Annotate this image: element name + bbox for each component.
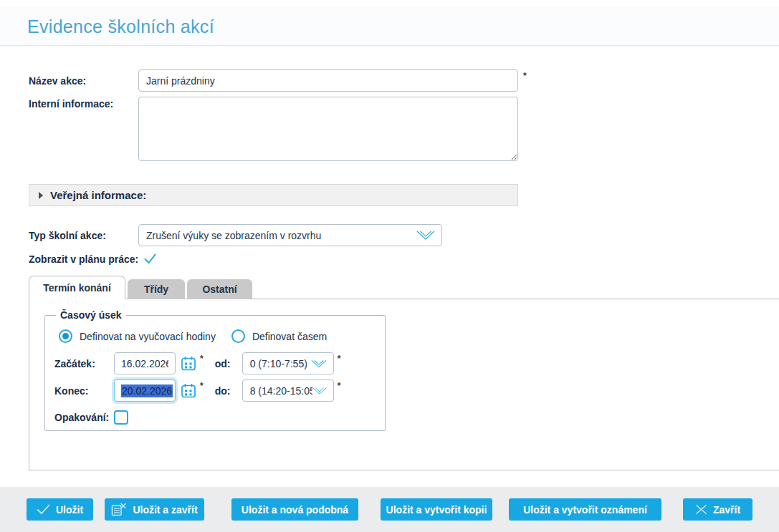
calendar-icon[interactable] (181, 356, 196, 372)
footer-toolbar: Uložit Uložit a zavřít Uložit a nová pod… (0, 487, 779, 532)
definovat-radio-group: Definovat na vyučovací hodiny Definovat … (59, 329, 385, 343)
radio-definovat-casem-label: Definovat časem (252, 331, 327, 342)
button-label: Uložit a zavřít (133, 504, 197, 516)
tab-panel-termin-konani: Časový úsek Definovat na vyučovací hodin… (29, 299, 779, 470)
required-asterisk: * (338, 381, 341, 391)
konec-row: Konec: 20.02.2026 * do: (54, 379, 385, 402)
chevron-right-icon (39, 192, 43, 199)
konec-date-selected-text: 20.02.2026 (121, 385, 173, 397)
chevron-down-icon (312, 387, 327, 395)
tab-tridy[interactable]: Třídy (128, 279, 185, 299)
button-label: Uložit a vytvořit oznámení (523, 504, 647, 516)
ulozit-a-vytvorit-oznameni-button[interactable]: Uložit a vytvořit oznámení (509, 498, 661, 521)
ulozit-a-zavrit-button[interactable]: Uložit a zavřít (105, 498, 204, 521)
tab-ostatni[interactable]: Ostatní (187, 279, 252, 299)
ulozit-button[interactable]: Uložit (27, 498, 93, 521)
od-hour-select[interactable]: 0 (7:10-7:55) (242, 352, 334, 374)
radio-definovat-na-vyucovaci-hodiny[interactable] (59, 329, 72, 343)
zacatek-row: Začátek: * od: 0 (7:10-7: (54, 352, 385, 374)
casovy-usek-legend: Časový úsek (56, 309, 126, 321)
calendar-icon[interactable] (181, 383, 196, 399)
required-asterisk: * (523, 71, 527, 81)
interni-informace-label: Interní informace: (29, 98, 113, 110)
typ-skolni-akce-label: Typ školní akce: (29, 230, 106, 241)
verejna-informace-section-header[interactable]: Veřejná informace: (29, 184, 518, 206)
zobrazit-v-planu-label: Zobrazit v plánu práce: (29, 253, 138, 265)
zobrazit-v-planu-checkbox-checked-icon[interactable] (144, 253, 156, 264)
radio-definovat-na-vyucovaci-hodiny-label: Definovat na vyučovací hodiny (80, 331, 216, 342)
od-hour-value: 0 (7:10-7:55) (250, 358, 307, 369)
nazev-akce-label: Název akce: (29, 75, 86, 87)
chevron-down-icon (416, 231, 435, 240)
page-header: Evidence školních akcí (0, 7, 779, 46)
ulozit-a-nova-podobna-button[interactable]: Uložit a nová podobná (231, 498, 358, 521)
od-label: od: (215, 358, 236, 369)
opakovani-checkbox[interactable] (114, 410, 128, 425)
opakovani-row: Opakování: (54, 410, 385, 425)
konec-label: Konec: (54, 385, 114, 397)
button-label: Uložit a nová podobná (242, 504, 348, 516)
zavrit-button[interactable]: Zavřít (683, 498, 752, 521)
tab-termin-konani[interactable]: Termín konání (29, 276, 125, 299)
button-label: Uložit (56, 504, 83, 516)
button-label: Uložit a vytvořit kopii (386, 504, 487, 516)
konec-date-input[interactable]: 20.02.2026 (114, 379, 176, 402)
verejna-informace-label: Veřejná informace: (50, 189, 146, 201)
required-asterisk: * (338, 354, 341, 364)
check-icon (37, 504, 50, 515)
required-asterisk: * (200, 354, 204, 364)
zacatek-date-input[interactable] (114, 352, 176, 374)
ulozit-a-vytvorit-kopii-button[interactable]: Uložit a vytvořit kopii (381, 498, 492, 521)
radio-definovat-casem[interactable] (231, 329, 245, 343)
typ-skolni-akce-select[interactable]: Zrušení výuky se zobrazením v rozvrhu (138, 224, 442, 246)
nazev-akce-input[interactable] (138, 69, 518, 92)
do-hour-value: 8 (14:20-15:05) (250, 385, 312, 397)
button-label: Zavřít (713, 504, 740, 516)
do-hour-select[interactable]: 8 (14:20-15:05) (242, 379, 334, 402)
evidence-skolnich-akci-window: Evidence školních akcí Název akce: * Int… (0, 0, 779, 532)
document-close-icon (111, 503, 127, 516)
casovy-usek-fieldset: Časový úsek Definovat na vyučovací hodin… (44, 309, 386, 431)
chevron-down-icon (311, 359, 327, 368)
required-asterisk: * (200, 381, 204, 391)
typ-skolni-akce-value: Zrušení výuky se zobrazením v rozvrhu (146, 230, 321, 241)
opakovani-label: Opakování: (54, 412, 114, 423)
interni-informace-textarea[interactable] (138, 97, 518, 161)
do-label: do: (215, 385, 236, 397)
close-icon (695, 504, 707, 515)
zacatek-label: Začátek: (54, 358, 114, 369)
page-title: Evidence školních akcí (27, 16, 214, 37)
tab-bar: Termín konání Třídy Ostatní (29, 276, 252, 299)
